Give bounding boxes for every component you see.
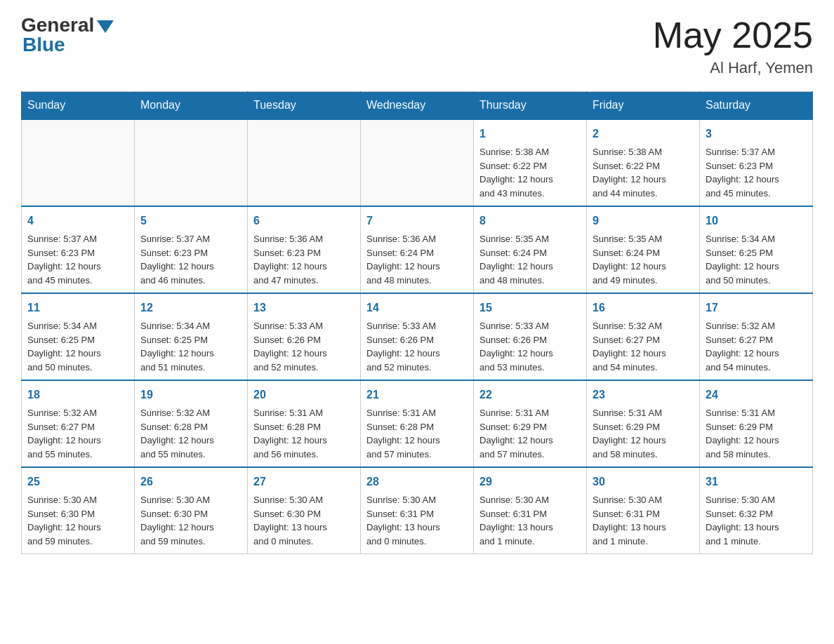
day-info-line: and 57 minutes. xyxy=(479,448,581,462)
day-info-line: and 0 minutes. xyxy=(253,535,355,549)
day-info-line: Sunrise: 5:37 AM xyxy=(706,145,807,159)
day-info-line: Sunrise: 5:31 AM xyxy=(253,406,355,420)
day-info-line: and 48 minutes. xyxy=(366,274,468,288)
day-info-line: Sunrise: 5:38 AM xyxy=(593,145,694,159)
day-number: 21 xyxy=(366,387,468,403)
day-info-line: Sunset: 6:27 PM xyxy=(593,333,694,347)
calendar-cell: 26Sunrise: 5:30 AMSunset: 6:30 PMDayligh… xyxy=(135,467,248,554)
day-info-line: and 59 minutes. xyxy=(27,535,128,549)
day-info-line: Sunrise: 5:30 AM xyxy=(140,493,241,507)
day-info-line: Sunrise: 5:38 AM xyxy=(479,145,581,159)
day-info-line: Sunset: 6:23 PM xyxy=(706,159,807,173)
day-info-line: Sunrise: 5:34 AM xyxy=(140,319,241,333)
calendar-cell: 8Sunrise: 5:35 AMSunset: 6:24 PMDaylight… xyxy=(474,206,587,293)
day-info-line: Daylight: 12 hours xyxy=(706,173,807,187)
day-info-line: and 48 minutes. xyxy=(479,274,581,288)
day-info-line: and 47 minutes. xyxy=(253,274,355,288)
calendar-cell: 5Sunrise: 5:37 AMSunset: 6:23 PMDaylight… xyxy=(135,206,248,293)
calendar-cell: 11Sunrise: 5:34 AMSunset: 6:25 PMDayligh… xyxy=(22,293,135,380)
day-number: 7 xyxy=(366,213,468,229)
day-info-line: and 46 minutes. xyxy=(140,274,241,288)
day-info-line: Daylight: 12 hours xyxy=(27,521,128,535)
day-info-line: and 58 minutes. xyxy=(593,448,694,462)
day-info-line: Sunset: 6:31 PM xyxy=(593,507,694,521)
day-number: 25 xyxy=(27,474,128,490)
day-info-line: Sunset: 6:22 PM xyxy=(593,159,694,173)
calendar-cell: 19Sunrise: 5:32 AMSunset: 6:28 PMDayligh… xyxy=(135,380,248,467)
day-info-line: Sunrise: 5:33 AM xyxy=(253,319,355,333)
day-info-line: Sunset: 6:24 PM xyxy=(593,246,694,260)
page-header: General Blue May 2025 Al Harf, Yemen xyxy=(21,14,813,77)
day-info-line: Sunset: 6:23 PM xyxy=(140,246,241,260)
calendar-cell: 4Sunrise: 5:37 AMSunset: 6:23 PMDaylight… xyxy=(22,206,135,293)
day-info-line: Sunrise: 5:30 AM xyxy=(593,493,694,507)
day-info-line: and 59 minutes. xyxy=(140,535,241,549)
calendar-cell: 28Sunrise: 5:30 AMSunset: 6:31 PMDayligh… xyxy=(361,467,474,554)
day-info-line: Daylight: 12 hours xyxy=(140,434,241,448)
day-info-line: and 1 minute. xyxy=(479,535,581,549)
day-number: 22 xyxy=(479,387,581,403)
day-info-line: Sunset: 6:26 PM xyxy=(479,333,581,347)
day-info-line: Sunset: 6:25 PM xyxy=(706,246,807,260)
day-number: 2 xyxy=(593,126,694,142)
day-number: 1 xyxy=(479,126,581,142)
day-number: 29 xyxy=(479,474,581,490)
day-number: 6 xyxy=(253,213,355,229)
day-info-line: Daylight: 12 hours xyxy=(593,173,694,187)
calendar-cell xyxy=(22,119,135,206)
calendar-cell: 22Sunrise: 5:31 AMSunset: 6:29 PMDayligh… xyxy=(474,380,587,467)
day-info-line: Sunrise: 5:30 AM xyxy=(253,493,355,507)
day-info-line: Sunset: 6:31 PM xyxy=(366,507,468,521)
day-info-line: and 52 minutes. xyxy=(366,361,468,375)
day-info-line: Daylight: 13 hours xyxy=(593,521,694,535)
day-info-line: Sunrise: 5:36 AM xyxy=(366,232,468,246)
day-info-line: Daylight: 12 hours xyxy=(479,173,581,187)
logo: General Blue xyxy=(21,14,114,56)
calendar-cell: 7Sunrise: 5:36 AMSunset: 6:24 PMDaylight… xyxy=(361,206,474,293)
day-info-line: Daylight: 13 hours xyxy=(706,521,807,535)
day-info-line: Sunrise: 5:32 AM xyxy=(27,406,128,420)
day-info-line: Sunrise: 5:33 AM xyxy=(366,319,468,333)
calendar-week-row: 25Sunrise: 5:30 AMSunset: 6:30 PMDayligh… xyxy=(22,467,813,554)
day-info-line: and 57 minutes. xyxy=(366,448,468,462)
day-info-line: Daylight: 12 hours xyxy=(593,434,694,448)
day-info-line: Sunset: 6:22 PM xyxy=(479,159,581,173)
logo-arrow-icon xyxy=(97,20,114,33)
calendar-cell: 13Sunrise: 5:33 AMSunset: 6:26 PMDayligh… xyxy=(248,293,361,380)
day-info-line: Daylight: 12 hours xyxy=(27,347,128,361)
day-info-line: Sunset: 6:28 PM xyxy=(140,420,241,434)
day-number: 20 xyxy=(253,387,355,403)
day-info-line: Daylight: 12 hours xyxy=(593,260,694,274)
day-info-line: Daylight: 13 hours xyxy=(253,521,355,535)
calendar-cell: 17Sunrise: 5:32 AMSunset: 6:27 PMDayligh… xyxy=(700,293,813,380)
day-number: 12 xyxy=(140,300,241,316)
day-number: 16 xyxy=(593,300,694,316)
day-info-line: Sunset: 6:28 PM xyxy=(253,420,355,434)
day-number: 15 xyxy=(479,300,581,316)
day-info-line: Sunrise: 5:36 AM xyxy=(253,232,355,246)
calendar-cell: 15Sunrise: 5:33 AMSunset: 6:26 PMDayligh… xyxy=(474,293,587,380)
month-title: May 2025 xyxy=(653,14,813,56)
calendar-week-row: 1Sunrise: 5:38 AMSunset: 6:22 PMDaylight… xyxy=(22,119,813,206)
day-info-line: Daylight: 12 hours xyxy=(366,260,468,274)
day-info-line: Sunrise: 5:30 AM xyxy=(366,493,468,507)
day-info-line: and 49 minutes. xyxy=(593,274,694,288)
calendar-week-row: 4Sunrise: 5:37 AMSunset: 6:23 PMDaylight… xyxy=(22,206,813,293)
calendar-cell: 18Sunrise: 5:32 AMSunset: 6:27 PMDayligh… xyxy=(22,380,135,467)
day-number: 9 xyxy=(593,213,694,229)
day-number: 11 xyxy=(27,300,128,316)
column-header-friday: Friday xyxy=(587,92,700,120)
day-info-line: Sunrise: 5:34 AM xyxy=(706,232,807,246)
day-info-line: Daylight: 12 hours xyxy=(706,434,807,448)
day-info-line: Sunset: 6:30 PM xyxy=(253,507,355,521)
day-info-line: Sunrise: 5:34 AM xyxy=(27,319,128,333)
day-info-line: Daylight: 12 hours xyxy=(253,347,355,361)
day-info-line: and 58 minutes. xyxy=(706,448,807,462)
day-info-line: Sunrise: 5:30 AM xyxy=(706,493,807,507)
day-info-line: and 44 minutes. xyxy=(593,187,694,201)
day-info-line: Daylight: 12 hours xyxy=(140,260,241,274)
day-info-line: Sunset: 6:29 PM xyxy=(706,420,807,434)
day-info-line: Sunset: 6:28 PM xyxy=(366,420,468,434)
calendar-week-row: 18Sunrise: 5:32 AMSunset: 6:27 PMDayligh… xyxy=(22,380,813,467)
day-info-line: Daylight: 12 hours xyxy=(140,347,241,361)
